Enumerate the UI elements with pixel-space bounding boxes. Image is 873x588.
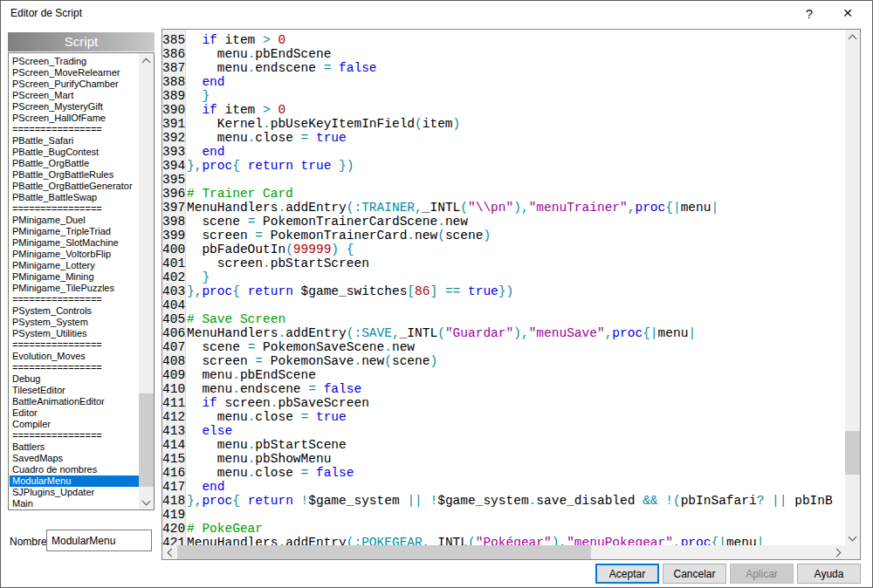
code-viewport[interactable]: 385 if item > 0386 menu.pbEndScene387 me…	[162, 30, 845, 545]
scroll-thumb[interactable]	[139, 393, 154, 487]
list-item[interactable]: PScreen_HallOfFame	[10, 113, 139, 124]
code-line: 385 if item > 0	[162, 33, 833, 47]
nombre-input[interactable]	[46, 530, 152, 551]
help-button[interactable]: ?	[794, 2, 824, 25]
chevron-right-icon	[832, 548, 841, 557]
code-line: 403},proc{ return $game_switches[86] == …	[162, 284, 833, 298]
list-item[interactable]: Battlers	[10, 441, 139, 453]
list-item[interactable]: ================	[10, 124, 139, 135]
list-item[interactable]: ================	[10, 430, 139, 441]
code-editor[interactable]: 385 if item > 0386 menu.pbEndScene387 me…	[162, 29, 861, 560]
list-item[interactable]: PMinigame_Lottery	[10, 260, 139, 271]
list-item[interactable]: PBattle_OrgBattle	[10, 158, 139, 169]
code-line: 393 end	[162, 145, 833, 159]
list-item[interactable]: Debug	[10, 373, 139, 385]
list-item[interactable]: SJPlugins_Updater	[10, 487, 139, 498]
list-item[interactable]: ================	[10, 362, 139, 373]
cancelar-button[interactable]: Cancelar	[663, 564, 726, 584]
list-item[interactable]: PScreen_MoveRelearner	[10, 67, 139, 79]
code-line: 411 if screen.pbSaveScreen	[162, 396, 833, 410]
editor-horizontal-scrollbar[interactable]	[162, 545, 845, 559]
list-item[interactable]: TilesetEditor	[10, 385, 139, 396]
chevron-down-icon	[849, 532, 857, 541]
list-item[interactable]: PBattle_OrgBattleGenerator	[10, 181, 139, 192]
scroll-thumb[interactable]	[177, 545, 591, 559]
list-item[interactable]: PSystem_System	[10, 317, 139, 328]
list-item[interactable]: PSystem_Utilities	[10, 328, 139, 339]
code-line: 395	[162, 173, 833, 187]
list-item-selected[interactable]: ModularMenu	[10, 475, 139, 487]
list-item[interactable]: PMinigame_VoltorbFlip	[10, 249, 139, 260]
script-list-scrollbar[interactable]	[139, 53, 154, 509]
code-line: 388 end	[162, 75, 833, 89]
list-item[interactable]: PScreen_PurifyChamber	[10, 79, 139, 90]
chevron-up-icon	[142, 58, 151, 66]
code-line: 389 }	[162, 89, 833, 103]
list-item[interactable]: PSystem_Controls	[10, 305, 139, 317]
list-item[interactable]: SavedMaps	[10, 453, 139, 464]
scroll-thumb[interactable]	[845, 431, 860, 475]
code-line: 406MenuHandlers.addEntry(:SAVE,_INTL("Gu…	[162, 326, 833, 340]
code-line: 408 screen = PokemonSave.new(scene)	[162, 354, 833, 368]
title-bar[interactable]: Editor de Script ? ✕	[2, 2, 871, 25]
list-item[interactable]: PMinigame_TilePuzzles	[10, 283, 139, 294]
list-item[interactable]: PMinigame_Mining	[10, 271, 139, 283]
chevron-up-icon	[849, 34, 857, 43]
list-item[interactable]: ================	[10, 294, 139, 305]
list-item[interactable]: PMinigame_SlotMachine	[10, 237, 139, 249]
chevron-left-icon	[167, 548, 175, 557]
code-line: 402 }	[162, 270, 833, 284]
list-item[interactable]: PBattle_OrgBattleRules	[10, 169, 139, 181]
code-line: 420# PokeGear	[162, 522, 833, 536]
list-item[interactable]: BattleAnimationEditor	[10, 396, 139, 407]
list-item[interactable]: PScreen_Trading	[10, 56, 139, 67]
list-item[interactable]: PBattle_Safari	[10, 135, 139, 147]
list-item[interactable]: Evolution_Moves	[10, 351, 139, 362]
code-line: 392 menu.close = true	[162, 131, 833, 145]
code-line: 404	[162, 298, 833, 312]
scroll-down-arrow[interactable]	[845, 530, 860, 545]
list-item[interactable]: PBattle_BattleSwap	[10, 192, 139, 203]
aplicar-button[interactable]: Aplicar	[730, 564, 794, 584]
scroll-up-arrow[interactable]	[845, 30, 860, 44]
scroll-down-arrow[interactable]	[139, 495, 154, 509]
list-item[interactable]: PScreen_MysteryGift	[10, 101, 139, 113]
code-line: 416 menu.close = false	[162, 466, 833, 480]
list-item[interactable]: PMinigame_TripleTriad	[10, 226, 139, 237]
code-line: 421MenuHandlers.addEntry(:POKEGEAR,_INTL…	[162, 536, 833, 545]
list-item[interactable]: PMinigame_Duel	[10, 215, 139, 226]
list-item[interactable]: Main	[10, 498, 139, 509]
list-item[interactable]: PScreen_Mart	[10, 90, 139, 101]
code-line: 412 menu.close = true	[162, 410, 833, 424]
code-line: 418},proc{ return !$game_system || !$gam…	[162, 494, 833, 508]
code-line: 405# Save Screen	[162, 312, 833, 326]
code-line: 386 menu.pbEndScene	[162, 47, 833, 61]
aceptar-button[interactable]: Aceptar	[595, 564, 659, 584]
list-item[interactable]: ================	[10, 203, 139, 215]
scroll-up-arrow[interactable]	[139, 53, 154, 68]
scroll-right-arrow[interactable]	[830, 545, 845, 559]
script-panel-header: Script	[8, 32, 155, 51]
close-button[interactable]: ✕	[833, 2, 863, 25]
code-line: 387 menu.endscene = false	[162, 61, 833, 75]
list-item[interactable]: ================	[10, 339, 139, 351]
ayuda-button[interactable]: Ayuda	[797, 564, 861, 584]
button-bar: AceptarCancelarAplicarAyuda	[595, 564, 861, 584]
code-line: 413 else	[162, 424, 833, 438]
code-line: 409 menu.pbEndScene	[162, 368, 833, 382]
code-line: 394},proc{ return true })	[162, 159, 833, 173]
list-item[interactable]: Editor	[10, 407, 139, 419]
list-item[interactable]: Cuadro de nombres	[10, 464, 139, 475]
code-line: 410 menu.endscene = false	[162, 382, 833, 396]
code-line: 390 if item > 0	[162, 103, 833, 117]
list-item[interactable]: PBattle_BugContest	[10, 147, 139, 158]
list-item[interactable]: Compiler	[10, 419, 139, 430]
scrollbar-corner	[845, 545, 860, 559]
code-line: 391 Kernel.pbUseKeyItemInField(item)	[162, 117, 833, 131]
scroll-left-arrow[interactable]	[162, 545, 177, 559]
code-line: 415 menu.pbShowMenu	[162, 452, 833, 466]
code-line: 401 screen.pbStartScreen	[162, 256, 833, 270]
nombre-label: Nombre:	[10, 536, 50, 548]
editor-vertical-scrollbar[interactable]	[845, 30, 860, 545]
dialog-window: Editor de Script ? ✕ Script PScreen_Trad…	[0, 0, 873, 588]
